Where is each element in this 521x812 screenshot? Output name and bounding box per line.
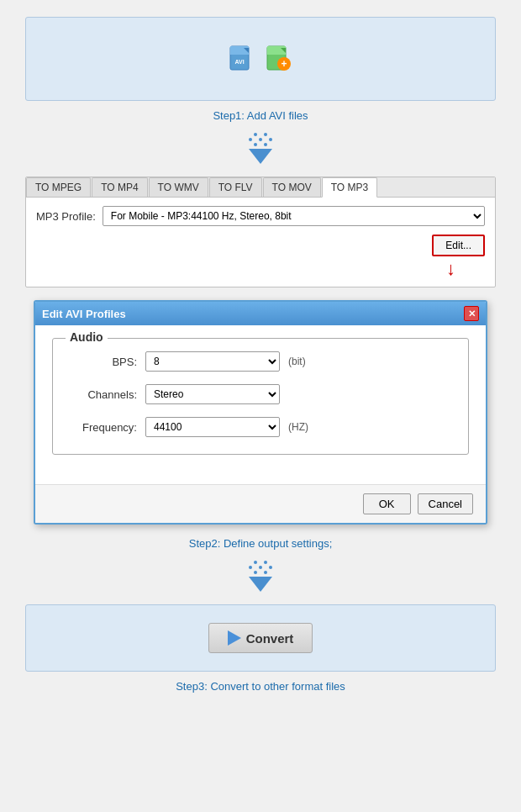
dialog-body: Audio BPS: 8 (bit) Channels: Stereo F (35, 325, 486, 484)
svg-text:AVI: AVI (234, 59, 244, 65)
step1-arrow (25, 126, 496, 164)
edit-avi-dialog: Edit AVI Profiles ✕ Audio BPS: 8 (bit) C… (34, 300, 487, 525)
channels-row: Channels: Stereo (70, 384, 451, 404)
dialog-titlebar: Edit AVI Profiles ✕ (35, 302, 486, 325)
dialog-title: Edit AVI Profiles (42, 308, 126, 320)
dotted-arrow-2 (249, 561, 272, 592)
tab-content: MP3 Profile: For Mobile - MP3:44100 Hz, … (26, 198, 495, 287)
red-arrow-indicator: ↓ (36, 260, 485, 278)
mp3-profile-label: MP3 Profile: (36, 210, 96, 223)
dialog-close-button[interactable]: ✕ (464, 306, 479, 321)
convert-box: Convert (25, 604, 496, 672)
svg-text:+: + (281, 58, 287, 70)
tab-panel: TO MPEG TO MP4 TO WMV TO FLV TO MOV TO M… (25, 177, 496, 287)
tab-mp3[interactable]: TO MP3 (322, 177, 377, 198)
profile-row: MP3 Profile: For Mobile - MP3:44100 Hz, … (36, 206, 485, 226)
step1-label: Step1: Add AVI files (25, 109, 496, 122)
tab-mp4[interactable]: TO MP4 (92, 177, 147, 197)
svg-rect-1 (230, 46, 249, 55)
bps-label: BPS: (70, 356, 137, 368)
main-container: AVI + Step1: Add AVI files TO MPEG (0, 0, 521, 714)
frequency-label: Frequency: (70, 421, 137, 434)
dialog-overlay: Edit AVI Profiles ✕ Audio BPS: 8 (bit) C… (34, 300, 487, 525)
bps-select[interactable]: 8 (145, 351, 280, 372)
dotted-arrow-1 (249, 133, 272, 164)
svg-rect-5 (267, 46, 286, 55)
channels-label: Channels: (70, 388, 137, 401)
edit-button[interactable]: Edit... (432, 235, 485, 256)
audio-group: Audio BPS: 8 (bit) Channels: Stereo F (52, 338, 469, 455)
add-file-icon: + (266, 45, 292, 72)
frequency-select[interactable]: 44100 (145, 417, 280, 437)
avi-file-icon: AVI (229, 45, 255, 72)
red-down-arrow-icon: ↓ (446, 260, 455, 278)
bps-unit: (bit) (288, 356, 306, 367)
frequency-unit: (HZ) (288, 421, 308, 433)
step2-arrow (25, 554, 496, 592)
step3-label: Step3: Convert to other format files (25, 680, 496, 693)
channels-select[interactable]: Stereo (145, 384, 280, 404)
tab-flv[interactable]: TO FLV (209, 177, 262, 197)
tab-mov[interactable]: TO MOV (263, 177, 321, 197)
tab-mpeg[interactable]: TO MPEG (26, 177, 91, 197)
step2-area: Step2: Define output settings; Convert S… (25, 537, 496, 693)
edit-btn-row: Edit... (36, 235, 485, 256)
cancel-button[interactable]: Cancel (418, 493, 473, 514)
dialog-footer: OK Cancel (35, 484, 486, 523)
tabs-bar: TO MPEG TO MP4 TO WMV TO FLV TO MOV TO M… (26, 177, 495, 198)
bps-row: BPS: 8 (bit) (70, 351, 451, 372)
step1-box: AVI + (25, 17, 496, 101)
audio-group-legend: Audio (66, 330, 108, 344)
mp3-profile-select[interactable]: For Mobile - MP3:44100 Hz, Stereo, 8bit (103, 206, 485, 226)
tab-wmv[interactable]: TO WMV (149, 177, 208, 197)
convert-label: Convert (246, 631, 294, 646)
ok-button[interactable]: OK (363, 493, 411, 514)
play-icon (228, 630, 241, 646)
step2-label: Step2: Define output settings; (25, 537, 496, 550)
frequency-row: Frequency: 44100 (HZ) (70, 417, 451, 437)
convert-button[interactable]: Convert (208, 623, 313, 653)
